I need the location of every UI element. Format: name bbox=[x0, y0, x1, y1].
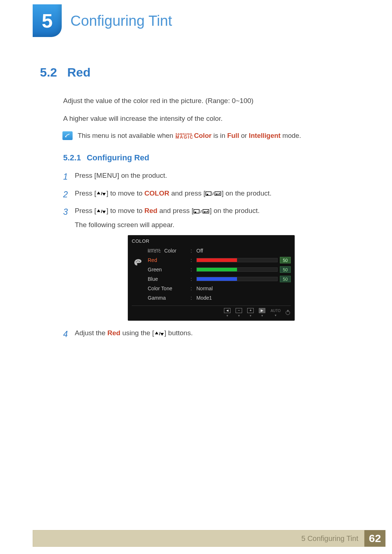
subsection-number: 5.2.1 bbox=[63, 153, 81, 163]
note-text-prefix: This menu is not available when bbox=[78, 132, 175, 139]
osd-row-gamma: Gamma : Mode1 bbox=[148, 293, 291, 303]
step-text: Press [/] to move to COLOR and press [/]… bbox=[75, 188, 359, 201]
step-1: 1 Press [MENU] on the product. bbox=[63, 171, 359, 183]
osd-btn-enter: ▶▾ bbox=[259, 308, 265, 317]
chapter-number-badge: 5 bbox=[33, 4, 62, 37]
osd-label: Red bbox=[148, 257, 188, 263]
osd-btn-plus: +▾ bbox=[247, 308, 254, 317]
osd-title: COLOR bbox=[132, 238, 291, 244]
color-word: COLOR bbox=[144, 189, 170, 197]
intro-paragraph-1: Adjust the value of the color red in the… bbox=[63, 96, 359, 106]
t: ] buttons. bbox=[164, 329, 193, 337]
svg-marker-21 bbox=[160, 333, 164, 336]
step-number: 2 bbox=[63, 188, 69, 201]
steps-list-cont: 4 Adjust the Red using the [/] buttons. bbox=[63, 328, 359, 341]
power-icon bbox=[286, 311, 290, 315]
step-text: Press [/] to move to Red and press [/] o… bbox=[75, 206, 359, 230]
svg-marker-8 bbox=[97, 209, 100, 212]
osd-value-green: 50 bbox=[280, 266, 291, 273]
svg-marker-10 bbox=[102, 210, 106, 213]
up-down-icon: / bbox=[96, 208, 106, 214]
svg-text:/: / bbox=[200, 209, 202, 213]
t: Press [ bbox=[75, 172, 96, 179]
step-text: Press [MENU] on the product. bbox=[75, 171, 359, 183]
step-number: 1 bbox=[63, 171, 69, 183]
osd-value: Off bbox=[196, 248, 222, 254]
t: Press [ bbox=[75, 207, 96, 214]
t: Adjust the bbox=[75, 329, 107, 337]
svg-rect-12 bbox=[195, 212, 196, 213]
svg-text:/: / bbox=[101, 209, 102, 214]
svg-text:/: / bbox=[212, 191, 214, 196]
section-heading: 5.2 Red bbox=[40, 65, 359, 79]
t: ] to move to bbox=[106, 189, 144, 197]
svg-rect-3 bbox=[206, 192, 211, 196]
osd-row-green: Green : 50 bbox=[148, 265, 291, 274]
chapter-header: 5 Configuring Tint bbox=[33, 4, 359, 37]
t: ] on the product. bbox=[117, 172, 167, 179]
step-4: 4 Adjust the Red using the [/] buttons. bbox=[63, 328, 359, 341]
t: ] on the product. bbox=[222, 189, 271, 197]
note-or: or bbox=[239, 132, 249, 139]
osd-label: SAMSUNGMAGIC Color bbox=[148, 248, 188, 254]
page-footer: 5 Configuring Tint 62 bbox=[33, 530, 385, 547]
colon: : bbox=[191, 257, 193, 263]
osd-screenshot: COLOR SAMSUNGMAGIC Color : Off bbox=[63, 235, 359, 321]
red-word: Red bbox=[144, 207, 158, 214]
note-icon bbox=[62, 131, 73, 140]
osd-value: Mode1 bbox=[196, 295, 222, 301]
up-down-icon: / bbox=[154, 331, 164, 337]
samsung-magic-mini-icon: SAMSUNGMAGIC bbox=[148, 249, 162, 253]
source-enter-icon: / bbox=[205, 190, 222, 197]
osd-label: Gamma bbox=[148, 295, 188, 301]
osd-label: Color Tone bbox=[148, 286, 188, 291]
bar-fill bbox=[197, 258, 237, 262]
steps-list: 1 Press [MENU] on the product. 2 Press [… bbox=[63, 171, 359, 230]
note-intelligent-word: Intelligent bbox=[249, 132, 281, 139]
colon: : bbox=[191, 295, 193, 301]
auto-label: AUTO bbox=[270, 309, 281, 313]
footer-page-number: 62 bbox=[364, 530, 385, 547]
svg-point-16 bbox=[136, 262, 137, 263]
note-mid: is in bbox=[212, 132, 227, 139]
osd-bar-red bbox=[196, 258, 278, 262]
footer-chapter-ref: 5 Configuring Tint bbox=[33, 530, 364, 547]
svg-text:/: / bbox=[159, 331, 160, 336]
svg-rect-11 bbox=[194, 209, 199, 213]
menu-icon: MENU bbox=[96, 172, 117, 179]
svg-marker-19 bbox=[155, 332, 158, 335]
step-number: 4 bbox=[63, 328, 69, 341]
svg-marker-15 bbox=[203, 211, 205, 213]
step-text: Adjust the Red using the [/] buttons. bbox=[75, 328, 359, 341]
intro-paragraph-2: A higher value will increase the intensi… bbox=[63, 114, 359, 124]
svg-point-18 bbox=[139, 261, 140, 262]
osd-row-magic-color: SAMSUNGMAGIC Color : Off bbox=[148, 246, 291, 255]
svg-marker-0 bbox=[97, 192, 100, 194]
osd-value-red: 50 bbox=[280, 257, 291, 263]
colon: : bbox=[191, 286, 193, 291]
section-title: Red bbox=[67, 65, 90, 79]
osd-btn-left: ◄▾ bbox=[224, 308, 230, 317]
osd-value: Normal bbox=[196, 286, 222, 291]
note-row: This menu is not available when SAMSUNGM… bbox=[62, 131, 359, 140]
osd-label: Blue bbox=[148, 276, 188, 282]
osd-label: Green bbox=[148, 267, 188, 272]
osd-button-bar: ◄▾ −▾ +▾ ▶▾ AUTO▾ bbox=[132, 305, 291, 319]
note-text: This menu is not available when SAMSUNGM… bbox=[78, 132, 301, 140]
t: Color bbox=[164, 248, 176, 254]
osd-bar-green bbox=[196, 267, 278, 272]
svg-rect-6 bbox=[215, 192, 221, 196]
magic-text: MAGIC bbox=[175, 136, 193, 139]
osd-side bbox=[132, 246, 145, 303]
svg-rect-14 bbox=[203, 209, 209, 213]
subsection-heading: 5.2.1 Configuring Red bbox=[63, 153, 359, 163]
bar-fill bbox=[197, 277, 237, 281]
t: and press [ bbox=[169, 189, 205, 197]
palette-icon bbox=[134, 259, 143, 267]
section-number: 5.2 bbox=[40, 65, 57, 79]
svg-marker-7 bbox=[215, 193, 217, 195]
section: 5.2 Red Adjust the value of the color re… bbox=[40, 65, 359, 346]
osd-value-blue: 50 bbox=[280, 276, 291, 282]
osd-panel: COLOR SAMSUNGMAGIC Color : Off bbox=[128, 235, 295, 321]
colon: : bbox=[191, 248, 193, 254]
